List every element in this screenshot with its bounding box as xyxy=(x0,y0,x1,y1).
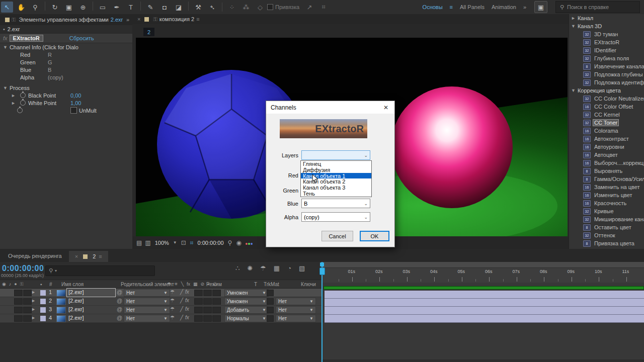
shy-icon[interactable]: ☂ xyxy=(170,298,175,303)
audio-toggle[interactable] xyxy=(23,298,32,305)
local-axis-mode-icon[interactable]: ⁘ xyxy=(226,2,238,13)
pen-tool-icon[interactable]: ✒ xyxy=(111,2,123,13)
parent-dropdown[interactable]: Нет▼ xyxy=(124,315,170,322)
audio-toggle[interactable] xyxy=(23,315,32,322)
black-point-value[interactable]: 0,00 xyxy=(70,93,81,99)
shy-icon[interactable]: ☂ xyxy=(170,306,175,312)
reset-effect-link[interactable]: Сбросить xyxy=(69,35,94,41)
mode-dropdown[interactable]: Добавить▼ xyxy=(224,306,269,314)
effect-item[interactable]: 32Подложка идентифика xyxy=(569,78,644,86)
eraser-tool-icon[interactable]: ◪ xyxy=(173,2,185,13)
lock-icon[interactable]: ⚿ xyxy=(153,16,157,23)
trkmat-column-header[interactable]: TrkMat xyxy=(264,280,279,288)
quality-icon[interactable]: ╱ xyxy=(180,315,183,320)
effect-header-row[interactable]: fx EXtractoR Сбросить xyxy=(0,33,132,43)
layers-dropdown-list[interactable]: ГлянецДиффузияКанал объекта 1Канал объек… xyxy=(300,160,372,197)
layer-name[interactable]: [2.exr] xyxy=(68,298,84,304)
switch-header-icon-5[interactable]: ⊘ xyxy=(201,282,205,287)
effects-group-0[interactable]: ►Канал xyxy=(569,14,644,22)
dialog-titlebar[interactable]: Channels ✕ xyxy=(266,101,394,114)
panel-overflow-icon[interactable]: » xyxy=(126,17,129,23)
zoom-dropdown-icon[interactable]: ▼ xyxy=(173,240,177,245)
timeline-navigator-strip[interactable] xyxy=(323,262,644,268)
collapse-triangle-icon[interactable]: ▼ xyxy=(3,45,8,50)
shape-tool-icon[interactable]: ▭ xyxy=(97,2,109,13)
t-cell[interactable] xyxy=(267,290,274,296)
layer-label-swatch[interactable] xyxy=(40,290,46,296)
parent-column-header[interactable]: Родительский элемент xyxy=(121,280,174,288)
close-tab-icon[interactable]: × xyxy=(75,253,78,259)
t-cell[interactable] xyxy=(267,315,274,322)
current-timecode[interactable]: 0:00:00:00 xyxy=(2,264,44,273)
trkmat-dropdown[interactable]: Нет▼ xyxy=(276,306,316,314)
dropdown-option[interactable]: Глянец xyxy=(301,161,371,167)
main-viewer-icon[interactable]: ▥ xyxy=(145,239,150,246)
playhead-line[interactable] xyxy=(321,262,323,362)
always-preview-icon[interactable]: ▤ xyxy=(136,239,142,246)
brush-tool-icon[interactable]: ✎ xyxy=(144,2,156,13)
search-dropdown-icon[interactable]: ▾ xyxy=(55,268,57,273)
quality-icon[interactable]: ╱ xyxy=(180,298,183,303)
process-header[interactable]: ▼ Process xyxy=(0,84,132,92)
group-triangle-icon[interactable]: ▼ xyxy=(571,24,576,29)
layer-duration-bar-1[interactable] xyxy=(325,291,644,299)
dialog-close-button[interactable]: ✕ xyxy=(377,101,394,114)
region-of-interest-icon[interactable]: ⊡ xyxy=(181,239,186,246)
switch-cell-1[interactable] xyxy=(203,290,212,296)
effect-item[interactable]: 32Глубина поля xyxy=(569,54,644,62)
timeline-active-tab[interactable]: × 2 ≡ xyxy=(69,251,108,262)
layer-name[interactable]: [2.exr] xyxy=(68,315,84,321)
number-column-header[interactable]: # xyxy=(49,280,52,288)
layer-expander-icon[interactable]: ► xyxy=(31,290,36,295)
effect-item[interactable]: 32Кривые xyxy=(569,207,644,215)
layer-label-swatch[interactable] xyxy=(40,299,46,304)
dropdown-option[interactable]: Тень xyxy=(301,191,371,197)
panel-menu-icon[interactable]: ≡ xyxy=(99,253,102,259)
parent-pickwhip-icon[interactable]: @ xyxy=(117,298,122,304)
video-toggle[interactable] xyxy=(14,298,23,305)
workspace-osnovy[interactable]: Основы xyxy=(423,4,443,10)
stopwatch-icon[interactable] xyxy=(20,100,26,106)
layer-duration-bar-2[interactable] xyxy=(325,299,644,307)
effect-item[interactable]: 16Автоуровни xyxy=(569,143,644,151)
motion-blur-icon[interactable]: ◔ xyxy=(287,264,291,272)
effect-item[interactable]: 8Гамма/Основа/Усилени xyxy=(569,175,644,183)
switch-cell-0[interactable] xyxy=(194,315,203,322)
switch-cell-2[interactable] xyxy=(212,290,221,296)
effect-item[interactable]: 16CC Color Offset xyxy=(569,103,644,111)
effect-item[interactable]: 16Выбороч....коррекция ц xyxy=(569,159,644,167)
audio-toggle[interactable] xyxy=(23,307,32,313)
layer-row-4[interactable]: ►4[2.exr]@Нет▼☂╱fxНормалы▼Нет▼ xyxy=(0,314,323,323)
parent-pickwhip-icon[interactable]: @ xyxy=(117,289,122,295)
fx-icon[interactable]: fx xyxy=(185,298,189,303)
quality-icon[interactable]: ╱ xyxy=(180,306,183,312)
graph-editor-icon[interactable]: ▧ xyxy=(299,264,305,272)
parent-dropdown[interactable]: Нет▼ xyxy=(124,298,170,305)
layer-duration-bar-4[interactable] xyxy=(325,315,644,323)
video-toggle[interactable] xyxy=(14,307,23,313)
collapse-triangle-icon[interactable]: ▼ xyxy=(3,85,8,90)
effect-item[interactable]: 16Красочность xyxy=(569,199,644,207)
cancel-button[interactable]: Cancel xyxy=(321,231,353,241)
type-tool-icon[interactable]: T xyxy=(125,2,137,13)
switch-cell-1[interactable] xyxy=(203,307,212,313)
effect-item[interactable]: 32CC Toner xyxy=(569,119,644,127)
keys-column-header[interactable]: Ключи xyxy=(301,280,316,288)
effect-item[interactable]: 323D туман xyxy=(569,30,644,38)
orbit-camera-tool-icon[interactable]: ↻ xyxy=(49,2,61,13)
effect-item[interactable]: 8Привязка цвета xyxy=(569,239,644,247)
channel-value[interactable]: B xyxy=(48,67,51,73)
expand-triangle-icon[interactable]: ► xyxy=(11,93,16,98)
switch-header-icon-0[interactable]: ☂ xyxy=(167,282,171,287)
close-tab-icon[interactable]: × xyxy=(137,16,140,22)
composition-tab[interactable]: × ⚿ композиция 2 ≡ xyxy=(132,14,569,24)
snap-checkbox[interactable] xyxy=(267,4,273,10)
parent-dropdown[interactable]: Нет▼ xyxy=(124,306,170,314)
effect-item[interactable]: 16Заменить на цвет xyxy=(569,183,644,191)
hide-shy-layers-icon[interactable]: ☂ xyxy=(260,264,266,272)
layer-expander-icon[interactable]: ► xyxy=(31,307,36,312)
effects-group-2[interactable]: ▼Коррекция цвета xyxy=(569,86,644,95)
grid-guides-icon[interactable]: ⌗ xyxy=(317,2,330,13)
composition-mini-flowchart-icon[interactable]: ∴ xyxy=(235,264,239,272)
effect-item[interactable]: 8Выровнять xyxy=(569,167,644,175)
